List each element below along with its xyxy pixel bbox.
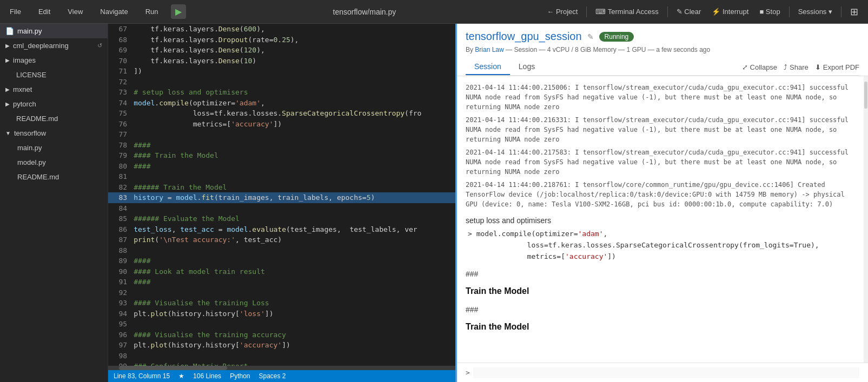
prompt-input[interactable] [473,367,859,378]
toolbar-separator-4 [841,6,842,17]
project-button[interactable]: ← Project [542,5,582,18]
stop-button[interactable]: ■ Stop [755,5,784,18]
table-row: 97plt.plot(history.history['accuracy']) [108,340,455,351]
expand-icon-pytorch: ▶ [5,101,10,107]
sidebar-item-model-py[interactable]: model.py [0,155,108,170]
export-pdf-button[interactable]: ⬇ Export PDF [815,63,859,71]
sidebar-item-license[interactable]: LICENSE [0,68,108,82]
table-row: 71]) [108,66,455,77]
table-row: 77 [108,129,455,140]
toolbar: File Edit View Navigate Run ▶ tensorflow… [0,0,868,24]
editor-footer: Line 83, Column 15 ★ 106 Lines Python Sp… [108,370,455,382]
editor-pane: 67 tf.keras.layers.Dense(600), 68 tf.ker… [108,24,457,382]
collapse-icon: ⤢ [742,63,748,71]
section-hash-1: ### [466,268,859,280]
sidebar-item-images[interactable]: ▶ images [0,53,108,68]
sidebar-label-main-py: main.py [17,144,42,152]
expand-icon-mxnet: ▶ [5,86,10,92]
terminal-access-button[interactable]: ⌨ Terminal Access [591,5,662,18]
heading-train-model-1: Train the Model [466,284,859,298]
log-entry-1: 2021-04-14 11:44:00.215006: I tensorflow… [466,83,859,112]
sidebar-label-mxnet: mxnet [13,85,32,93]
table-row: 84 [108,203,455,214]
sidebar-item-readme-top[interactable]: README.md [0,111,108,126]
session-title: tensorflow_gpu_session [466,30,582,43]
table-row: 74model.compile(optimizer='adam', [108,98,455,109]
log-entry-2: 2021-04-14 11:44:00.216331: I tensorflow… [466,115,859,144]
editor-content[interactable]: 67 tf.keras.layers.Dense(600), 68 tf.ker… [108,24,455,366]
collapse-button[interactable]: ⤢ Collapse [742,63,778,71]
main-content: 📄 main.py ▶ cml_deeplearning ↺ ▶ images … [0,24,868,382]
table-row: 91#### [108,277,455,287]
share-button[interactable]: ⤴ Share [784,63,809,71]
editor-scrollbar-thumb[interactable] [119,366,227,370]
author-link[interactable]: Brian Law [475,46,503,53]
toolbar-separator-3 [789,6,790,17]
table-row: 95 [108,319,455,330]
sidebar-item-tensorflow[interactable]: ▼ tensorflow [0,126,108,140]
editor-language: Python [230,372,250,380]
grid-button[interactable]: ⊞ [846,4,863,20]
sidebar-item-mxnet[interactable]: ▶ mxnet [0,82,108,97]
sidebar-item-main-py-top[interactable]: 📄 main.py [0,24,108,38]
table-row: 83history = model.fit(train_images, trai… [108,192,455,203]
navigate-menu[interactable]: Navigate [96,5,132,18]
interrupt-button[interactable]: ⚡ Interrupt [707,5,753,18]
sidebar-label-images: images [13,56,36,64]
table-row: 68 tf.keras.layers.Dropout(rate=0.25), [108,35,455,45]
editor-line-count: 106 Lines [193,372,221,380]
share-label: Share [790,63,809,71]
log-entry-3: 2021-04-14 11:44:00.217583: I tensorflow… [466,148,859,177]
table-row: 69 tf.keras.layers.Dense(120), [108,45,455,56]
edit-icon[interactable]: ✎ [587,32,594,41]
table-row: 73# setup loss and optimisers [108,87,455,98]
run-menu[interactable]: Run [141,5,163,18]
sidebar-item-pytorch[interactable]: ▶ pytorch [0,97,108,111]
log-entry-4: 2021-04-14 11:44:00.218761: I tensorflow… [466,180,859,209]
sidebar-item-readme-tf[interactable]: README.md [0,170,108,184]
output-prompt-bar: > [457,363,868,382]
share-icon: ⤴ [784,63,787,71]
table-row: 87print('\nTest accuracy:', test_acc) [108,234,455,245]
table-row: 82###### Train the Model [108,182,455,193]
toolbar-left: File Edit View Navigate Run ▶ [5,4,186,19]
sidebar-item-cml[interactable]: ▶ cml_deeplearning ↺ [0,38,108,53]
run-play-button[interactable]: ▶ [171,4,186,19]
table-row: 94plt.plot(history.history['loss']) [108,309,455,319]
sidebar: 📄 main.py ▶ cml_deeplearning ↺ ▶ images … [0,24,108,382]
code-lines: 67 tf.keras.layers.Dense(600), 68 tf.ker… [108,24,455,366]
table-row: 99### Confusion Matrix Report [108,361,455,366]
editor-horizontal-scrollbar[interactable] [108,366,455,370]
view-menu[interactable]: View [63,5,87,18]
file-icon: 📄 [5,27,14,35]
table-row: 72 [108,77,455,88]
output-scrollbar-track[interactable] [864,76,868,363]
sidebar-label-main-py-top: main.py [17,27,42,35]
output-actions: ⤢ Collapse ⤴ Share ⬇ Export PDF [742,63,859,71]
sidebar-label-pytorch: pytorch [13,100,36,108]
output-scrollbar-thumb[interactable] [864,82,867,109]
edit-menu[interactable]: Edit [34,5,55,18]
tab-logs[interactable]: Logs [510,59,544,75]
file-menu[interactable]: File [5,5,25,18]
sidebar-label-cml: cml_deeplearning [13,42,69,50]
sidebar-item-main-py[interactable]: main.py [0,140,108,155]
expand-icon-images: ▶ [5,57,10,63]
sidebar-label-readme-top: README.md [16,115,58,123]
table-row: 76 metrics=['accuracy']) [108,119,455,130]
sessions-button[interactable]: Sessions ▾ [794,5,837,18]
table-row: 90#### Look at model train result [108,266,455,277]
table-row: 98 [108,351,455,361]
table-row: 89#### [108,256,455,266]
table-row: 70 tf.keras.layers.Dense(10) [108,56,455,66]
section-label-1: setup loss and optimisers [466,215,859,226]
export-icon: ⬇ [815,63,821,71]
toolbar-right: ← Project ⌨ Terminal Access ✎ Clear ⚡ In… [542,4,863,20]
section-hash-2: ### [466,304,859,316]
tab-session[interactable]: Session [466,59,510,75]
output-tab-row: Session Logs ⤢ Collapse ⤴ Share ⬇ Export… [466,59,859,76]
running-badge: Running [599,32,634,42]
clear-button[interactable]: ✎ Clear [672,5,706,18]
output-pane: tensorflow_gpu_session ✎ Running By Bria… [457,24,868,382]
output-body[interactable]: 2021-04-14 11:44:00.215006: I tensorflow… [457,76,868,363]
